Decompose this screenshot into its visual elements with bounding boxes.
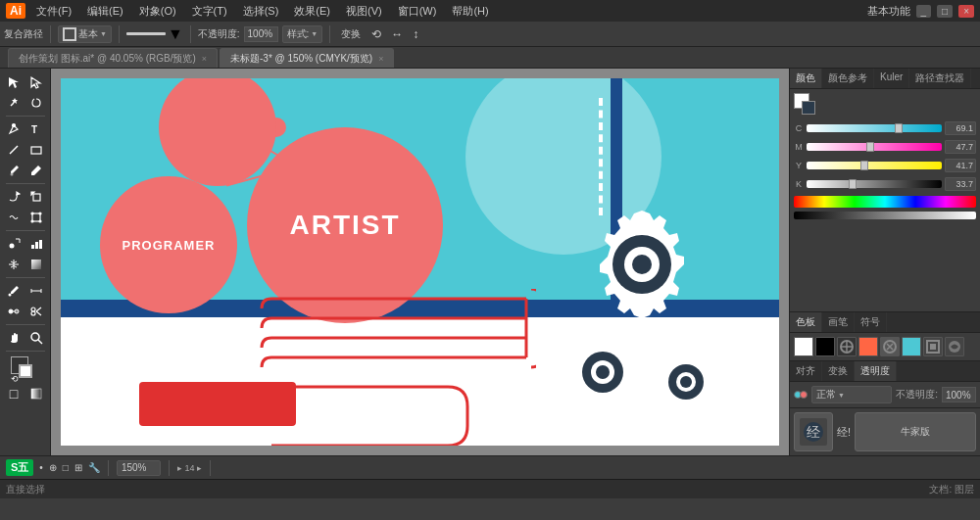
free-transform-tool[interactable] [26,208,47,227]
zoom-input[interactable] [117,460,161,476]
menu-view[interactable]: 视图(V) [343,3,385,20]
opacity-panel-input[interactable] [942,387,976,402]
m-thumb[interactable] [866,142,874,152]
gradient-mode-icon[interactable] [26,384,47,403]
y-track[interactable] [807,162,942,169]
pencil-tool[interactable] [26,161,47,180]
swatch-cyan[interactable] [902,337,921,356]
c-thumb[interactable] [895,123,903,133]
stroke-width-group: ▼ [126,25,183,43]
line-tool[interactable] [4,140,24,160]
measure-tool[interactable] [26,281,47,301]
swatch-tabs: 色板 画笔 符号 [790,312,980,333]
tab-opacity[interactable]: 透明度 [855,361,897,381]
red-lines-svg [252,289,536,387]
tab-1-close-icon[interactable]: × [202,54,207,64]
opacity-input[interactable] [244,26,278,42]
scale-tool[interactable] [26,187,47,207]
scissors-tool[interactable] [26,302,47,321]
tab-2-close-icon[interactable]: × [378,54,383,64]
k-track[interactable] [807,180,942,188]
tab-bar: 创作策划 图标.ai* @ 40.05% (RGB/预览) × 未标题-3* @… [0,47,980,69]
swatch-black[interactable] [815,337,835,356]
k-value-input[interactable] [945,177,976,191]
hand-tool[interactable] [4,328,24,348]
y-thumb[interactable] [860,161,868,170]
mesh-tool[interactable] [4,255,24,274]
tab-symbols[interactable]: 符号 [855,312,887,332]
tab-color[interactable]: 颜色 [790,69,822,88]
magic-wand-tool[interactable] [4,93,24,113]
tab-pathfinder[interactable]: 路径查找器 [909,69,971,88]
blend-mode-group [794,391,808,399]
swatch-red-orange[interactable] [858,337,878,356]
menu-help[interactable]: 帮助(H) [449,3,491,20]
bw-bar[interactable] [794,212,976,219]
blend-tool[interactable] [4,302,24,321]
swatch-pattern-2[interactable] [880,337,900,356]
blend-mode-dropdown[interactable]: 正常 ▼ [811,386,892,403]
tab-swatches[interactable]: 色板 [790,312,822,332]
m-track[interactable] [807,143,942,151]
tab-2-label: 未标题-3* @ 150% (CMYK/预览) [230,52,372,66]
rotate-tool[interactable] [4,187,24,207]
menu-object[interactable]: 对象(O) [136,3,179,20]
lasso-tool[interactable] [26,93,47,113]
menu-window[interactable]: 窗口(W) [395,3,440,20]
ai-logo: Ai [6,3,25,19]
rect-tool[interactable] [26,140,47,160]
symbol-sprayer-tool[interactable] [4,234,24,254]
tab-align[interactable]: 对齐 [790,361,822,381]
column-graph-tool[interactable] [26,234,47,254]
y-value-input[interactable] [945,159,976,172]
svg-rect-18 [31,260,41,269]
type-tool[interactable]: T [26,119,47,139]
eyedropper-tool[interactable] [4,281,24,301]
titlebar-right: 基本功能 _ □ × [867,4,974,19]
k-thumb[interactable] [849,179,857,189]
spectrum-bar[interactable] [794,196,976,208]
menu-select[interactable]: 选择(S) [240,3,282,20]
tab-kuler[interactable]: Kuler [874,69,909,88]
tab-brushes[interactable]: 画笔 [822,312,855,332]
menu-effect[interactable]: 效果(E) [291,3,333,20]
tab-file-2[interactable]: 未标题-3* @ 150% (CMYK/预览) × [220,48,394,68]
selection-tool[interactable] [4,72,24,92]
stroke-selector[interactable]: 基本 ▼ [58,25,112,43]
c-value-input[interactable] [945,121,976,135]
direct-selection-tool[interactable] [26,72,47,92]
close-button[interactable]: × [958,5,974,18]
zoom-tool[interactable] [26,328,47,348]
tab-transform[interactable]: 变换 [822,361,855,381]
swatch-pattern-1[interactable] [837,337,857,356]
menu-edit[interactable]: 编辑(E) [84,3,126,20]
graph-pair [4,234,47,254]
transform-btn[interactable]: 变换 [337,27,365,41]
stroke-swatch[interactable] [19,364,32,378]
c-track[interactable] [807,124,942,132]
warp-tool[interactable] [4,208,24,227]
reset-colors-icon[interactable]: ⟲ [11,374,19,384]
swatch-pattern-4[interactable] [945,337,964,356]
pen-tool[interactable] [4,119,24,139]
icon-panel-1[interactable]: 经 [794,412,833,451]
menu-file[interactable]: 文件(F) [33,3,74,20]
bg-swatch[interactable] [802,101,815,115]
svg-point-5 [11,173,14,176]
swatch-pattern-3[interactable] [923,337,943,356]
canvas-area[interactable]: PROGRAMER ARTIST [51,69,789,455]
style-label: 样式: [287,27,310,41]
maximize-button[interactable]: □ [937,5,953,18]
stroke-preview [63,27,76,41]
m-value-input[interactable] [945,140,976,154]
normal-mode-icon[interactable]: □ [4,384,24,403]
paintbrush-tool[interactable] [4,161,24,180]
style-dropdown[interactable]: 样式: ▼ [282,25,323,43]
swatch-white[interactable] [794,337,813,356]
gradient-tool[interactable] [26,255,47,274]
tab-file-1[interactable]: 创作策划 图标.ai* @ 40.05% (RGB/预览) × [8,48,218,68]
menu-text[interactable]: 文字(T) [189,3,230,20]
minimize-button[interactable]: _ [916,5,932,18]
tab-color-ref[interactable]: 颜色参考 [822,69,874,88]
icon-panel-2[interactable]: 牛家版 [855,412,976,451]
